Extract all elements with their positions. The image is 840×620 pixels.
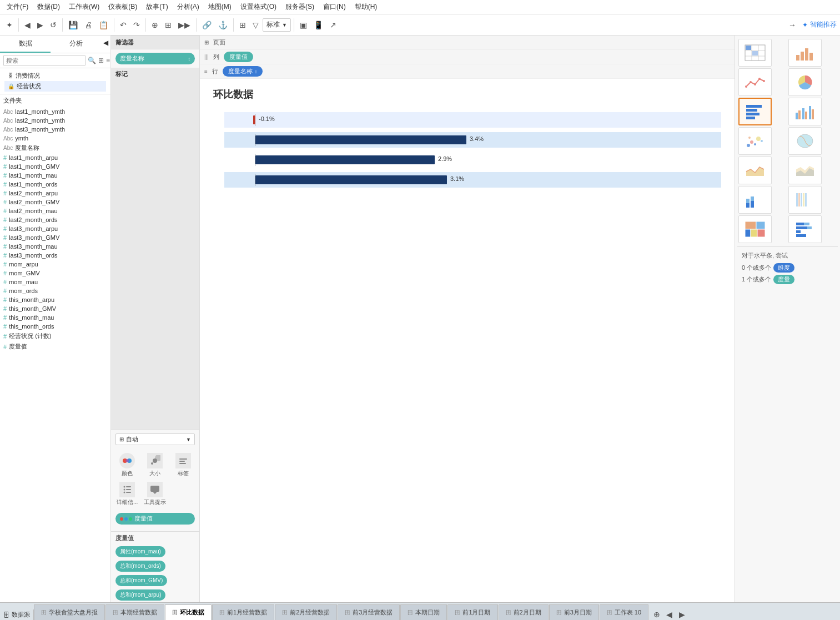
menu-data[interactable]: 数据(D): [33, 1, 64, 13]
toolbar-connect[interactable]: ⊞: [162, 19, 174, 31]
smart-recommend-button[interactable]: ✦ 智能推荐: [802, 20, 837, 29]
marks-detail[interactable]: 详细信...: [115, 482, 139, 506]
tab-work10[interactable]: 田 工作表 10: [600, 604, 648, 620]
toolbar-back[interactable]: ◀: [22, 19, 33, 31]
field-last3-mau[interactable]: #last3_month_mau: [0, 242, 110, 251]
tab-scroll-right[interactable]: ▶: [676, 609, 688, 620]
tab-scroll-left[interactable]: ◀: [663, 609, 675, 620]
toolbar-device[interactable]: 📱: [311, 19, 326, 31]
field-last2-gmv[interactable]: #last2_month_GMV: [0, 198, 110, 206]
toolbar-present2[interactable]: ▣: [297, 19, 310, 31]
field-mom-ords[interactable]: #mom_ords: [0, 286, 110, 295]
toolbar-print[interactable]: 🖨: [82, 19, 95, 31]
menu-dashboard[interactable]: 仪表板(B): [104, 1, 142, 13]
tab-mom[interactable]: 田 环比数据: [165, 604, 212, 620]
toolbar-link[interactable]: 🔗: [199, 19, 214, 31]
tab-date-last3[interactable]: 田 前3月日期: [549, 604, 599, 620]
measure-item-mom-mau[interactable]: 属性(mom_mau): [115, 546, 165, 557]
menu-analysis[interactable]: 分析(A): [173, 1, 204, 13]
chart-type-bar-chart[interactable]: [788, 39, 822, 67]
toolbar-copy[interactable]: 📋: [96, 19, 111, 31]
field-last1-ords[interactable]: #last1_month_ords: [0, 180, 110, 189]
menu-help[interactable]: 帮助(H): [350, 1, 382, 13]
toolbar-anchor[interactable]: ⚓: [215, 19, 230, 31]
chart-type-area[interactable]: [738, 157, 772, 184]
toolbar-share[interactable]: ↗: [327, 19, 339, 31]
toolbar-forward[interactable]: ▶: [34, 19, 46, 31]
field-mom-arpu[interactable]: #mom_arpu: [0, 260, 110, 269]
tab-date-last1[interactable]: 田 前1月日期: [447, 604, 497, 620]
field-this-month-ords[interactable]: #this_month_ords: [0, 322, 110, 331]
chart-type-table[interactable]: [738, 39, 772, 67]
toolbar-table[interactable]: ⊞: [237, 19, 249, 31]
tab-school[interactable]: 田 学校食堂大盘月报: [34, 604, 105, 620]
toolbar-present[interactable]: ▶▶: [175, 19, 193, 31]
toolbar-refresh[interactable]: ↺: [47, 19, 59, 31]
field-mom-mau[interactable]: #mom_mau: [0, 278, 110, 286]
menu-file[interactable]: 文件(F): [2, 1, 33, 13]
tab-last3[interactable]: 田 前3月经营数据: [338, 604, 400, 620]
toolbar-new-datasource[interactable]: ⊕: [149, 19, 161, 31]
field-last3-arpu[interactable]: #last3_month_arpu: [0, 224, 110, 233]
measure-item-mom-ords[interactable]: 总和(mom_ords): [115, 561, 165, 572]
field-last3-ords[interactable]: #last3_month_ords: [0, 251, 110, 260]
collapse-left-arrow[interactable]: ◀: [101, 36, 110, 53]
tab-analysis[interactable]: 分析: [51, 36, 101, 53]
tab-add-button[interactable]: ⊕: [651, 610, 662, 619]
tab-date-last2[interactable]: 田 前2月日期: [499, 604, 549, 620]
marks-type-dropdown[interactable]: ⊞ 自动 ▼: [115, 434, 195, 445]
search-input[interactable]: [3, 56, 85, 65]
chart-type-pie[interactable]: [788, 68, 822, 96]
marks-measure-chip[interactable]: 度量值: [115, 513, 195, 525]
chart-type-treemap[interactable]: [738, 215, 772, 243]
chart-type-area2[interactable]: [788, 157, 822, 184]
field-last1-gmv[interactable]: #last1_month_GMV: [0, 162, 110, 171]
search-icon[interactable]: 🔍: [88, 57, 96, 64]
row-measure-name-pill[interactable]: 度量名称 ↕: [223, 66, 263, 77]
menu-format[interactable]: 设置格式(O): [236, 1, 281, 13]
tab-last2[interactable]: 田 前2月经营数据: [275, 604, 337, 620]
marks-color[interactable]: 颜色: [115, 453, 139, 477]
field-last2-arpu[interactable]: #last2_month_arpu: [0, 189, 110, 198]
menu-window[interactable]: 窗口(N): [319, 1, 350, 13]
field-this-month-gmv[interactable]: #this_month_GMV: [0, 304, 110, 313]
tab-data[interactable]: 数据: [0, 36, 51, 53]
field-ymth[interactable]: Abc ymth: [0, 134, 110, 143]
field-this-month-mau[interactable]: #this_month_mau: [0, 313, 110, 322]
toolbar-arrow-right[interactable]: →: [786, 19, 799, 31]
chart-type-hbar-stacked[interactable]: [788, 215, 822, 243]
filter-icon[interactable]: ⊞: [98, 57, 104, 64]
marks-tooltip[interactable]: 工具提示: [143, 482, 167, 506]
menu-server[interactable]: 服务器(S): [281, 1, 319, 13]
chart-type-stacked-bar[interactable]: [738, 186, 772, 214]
field-this-month-arpu[interactable]: #this_month_arpu: [0, 295, 110, 304]
toolbar-save[interactable]: 💾: [66, 19, 81, 31]
marks-label[interactable]: 标签: [172, 453, 195, 477]
col-measure-pill[interactable]: 度量值: [224, 52, 253, 62]
tab-last1[interactable]: 田 前1月经营数据: [212, 604, 274, 620]
datasource-operations[interactable]: 🔒 经营状况: [4, 81, 106, 92]
menu-story[interactable]: 故事(T): [142, 1, 172, 13]
field-last2-ords[interactable]: #last2_month_ords: [0, 215, 110, 224]
measure-item-mom-gmv[interactable]: 总和(mom_GMV): [115, 575, 167, 586]
field-ops-count[interactable]: #经营状况 (计数): [0, 331, 110, 341]
menu-map[interactable]: 地图(M): [204, 1, 236, 13]
view-toggle-icon[interactable]: ≡: [106, 57, 110, 64]
field-last1-mau[interactable]: #last1_month_mau: [0, 171, 110, 180]
chart-type-hbar[interactable]: [738, 98, 772, 125]
tab-date-this[interactable]: 田 本期日期: [400, 604, 447, 620]
chart-type-grouped-bar[interactable]: [788, 98, 822, 125]
field-last3-month-ymth[interactable]: Abc last3_month_ymth: [0, 125, 110, 134]
chart-type-gantt[interactable]: [788, 186, 822, 214]
field-last1-month-ymth[interactable]: Abc last1_month_ymth: [0, 107, 110, 116]
field-last3-gmv[interactable]: #last3_month_GMV: [0, 233, 110, 242]
field-last1-arpu[interactable]: #last1_month_arpu: [0, 153, 110, 162]
field-last2-month-ymth[interactable]: Abc last2_month_ymth: [0, 116, 110, 125]
menu-worksheet[interactable]: 工作表(W): [64, 1, 104, 13]
field-last2-mau[interactable]: #last2_month_mau: [0, 206, 110, 215]
toolbar-view-dropdown[interactable]: 标准 ▼: [263, 18, 291, 32]
chart-type-map[interactable]: [788, 127, 822, 155]
marks-size[interactable]: 大小: [143, 453, 167, 477]
field-measure-name[interactable]: Abc 度量名称: [0, 143, 110, 153]
filter-chip-measure-name[interactable]: 度量名称 ↕: [115, 53, 195, 64]
